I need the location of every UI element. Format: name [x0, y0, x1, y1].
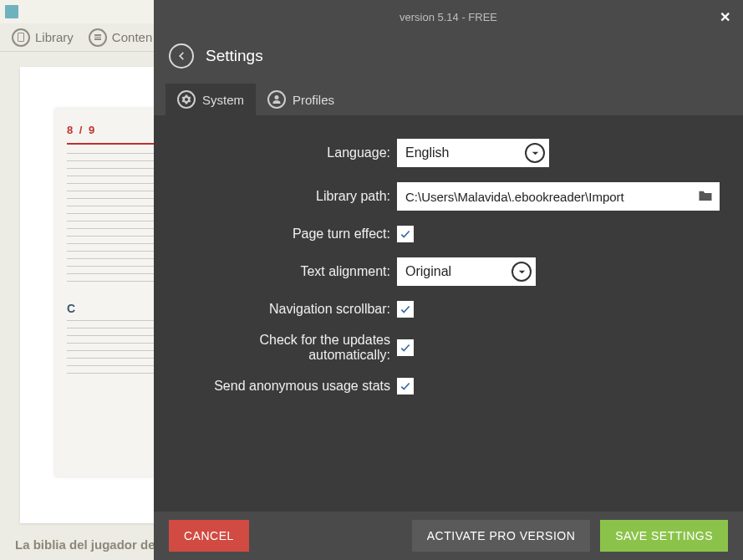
tab-profiles[interactable]: Profiles: [256, 84, 346, 115]
stats-label: Send anonymous usage stats: [176, 379, 397, 394]
app-logo-icon: [5, 5, 18, 18]
language-select[interactable]: English: [397, 139, 549, 167]
language-label: Language:: [176, 145, 397, 160]
updates-checkbox[interactable]: [397, 339, 414, 356]
text-align-value: Original: [405, 264, 451, 279]
text-align-select[interactable]: Original: [397, 257, 536, 286]
tab-system-label: System: [202, 93, 244, 107]
back-button[interactable]: [169, 43, 194, 69]
gear-icon: [177, 90, 196, 109]
library-path-label: Library path:: [176, 189, 397, 204]
close-button[interactable]: ✕: [715, 7, 735, 27]
user-icon: [267, 90, 286, 109]
modal-footer: CANCEL ACTIVATE PRO VERSION SAVE SETTING…: [154, 512, 743, 560]
language-value: English: [405, 145, 449, 160]
library-path-value: C:\Users\Malavida\.ebookreader\Import: [405, 190, 624, 204]
chevron-down-icon: [525, 143, 545, 163]
save-settings-button[interactable]: SAVE SETTINGS: [600, 520, 728, 552]
toolbar-content-label: Conten: [112, 30, 152, 44]
page-turn-checkbox[interactable]: [397, 226, 414, 242]
toolbar-content[interactable]: Conten: [89, 28, 152, 47]
book-icon: [12, 28, 30, 47]
book-title-caption: La biblia del jugador de p: [15, 537, 166, 552]
settings-form: Language: English Library path: C:\Users…: [154, 115, 743, 512]
library-path-input[interactable]: C:\Users\Malavida\.ebookreader\Import: [397, 182, 720, 211]
cancel-button[interactable]: CANCEL: [169, 520, 249, 552]
nav-scroll-checkbox[interactable]: [397, 301, 414, 318]
chevron-down-icon: [511, 262, 532, 282]
toolbar-library-label: Library: [35, 30, 74, 44]
page-turn-label: Page turn effect:: [176, 227, 397, 242]
settings-modal: version 5.14 - FREE ✕ Settings System Pr…: [154, 0, 743, 560]
activate-pro-button[interactable]: ACTIVATE PRO VERSION: [412, 520, 591, 552]
folder-icon[interactable]: [698, 189, 713, 202]
list-icon: [89, 28, 107, 47]
text-align-label: Text alignment:: [176, 264, 397, 279]
version-label: version 5.14 - FREE: [399, 11, 497, 23]
stats-checkbox[interactable]: [397, 378, 414, 395]
tab-system[interactable]: System: [165, 84, 256, 115]
toolbar-library[interactable]: Library: [12, 28, 74, 47]
updates-label: Check for the updates automatically:: [176, 333, 397, 363]
tab-profiles-label: Profiles: [293, 93, 334, 107]
nav-scroll-label: Navigation scrollbar:: [176, 302, 397, 317]
arrow-left-icon: [176, 50, 187, 62]
modal-title: Settings: [206, 47, 263, 65]
tabs: System Profiles: [154, 84, 743, 115]
